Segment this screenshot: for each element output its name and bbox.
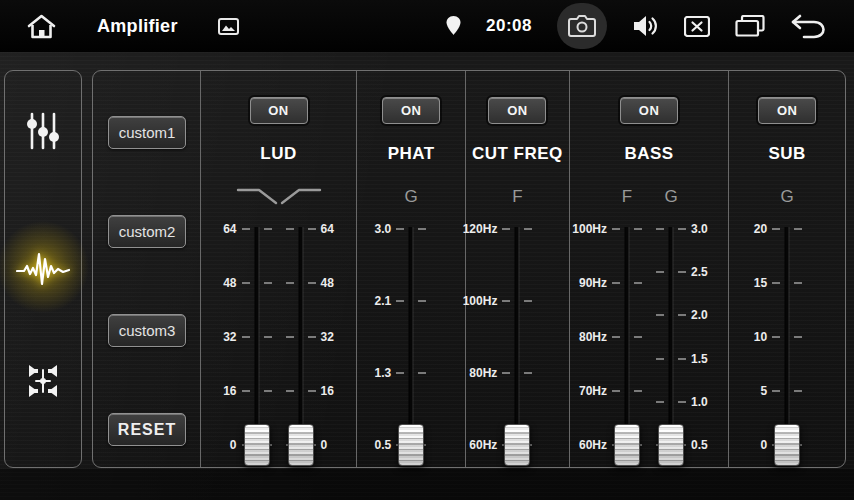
tick-mark <box>308 228 316 230</box>
tick-mark <box>612 336 620 338</box>
fader-track[interactable] <box>516 227 519 451</box>
scale-label: 60Hz <box>579 439 607 451</box>
tick-mark <box>634 336 642 338</box>
cut-freq-f-fader[interactable]: F120Hz100Hz80Hz60Hz <box>503 229 531 445</box>
fader-thumb[interactable] <box>504 424 530 466</box>
fader-track[interactable] <box>410 227 413 451</box>
fader-track[interactable] <box>299 227 302 451</box>
tick-mark <box>524 300 532 302</box>
sub-g-fader[interactable]: G20151050 <box>773 229 801 445</box>
tick-mark <box>524 228 532 230</box>
tick-mark <box>242 390 250 392</box>
lud-lowpass-filter-fader[interactable]: 644832160 <box>243 229 271 445</box>
tick-mark <box>656 401 664 403</box>
tick-mark <box>678 358 686 360</box>
recent-apps-button[interactable] <box>735 15 765 37</box>
phat-g-fader[interactable]: G3.02.11.30.5 <box>397 229 425 445</box>
fader-track[interactable] <box>626 227 629 451</box>
tick-mark <box>264 228 272 230</box>
channel-title: CUT FREQ <box>466 144 569 164</box>
scale-label: 0.5 <box>691 439 708 451</box>
bass-f-fader[interactable]: F100Hz90Hz80Hz70Hz60Hz <box>613 229 641 445</box>
tick-mark <box>286 228 294 230</box>
screenshot-button[interactable] <box>557 3 607 49</box>
channel-sub: ONSUBG20151050 <box>729 71 845 467</box>
page-title: Amplifier <box>97 16 178 37</box>
tick-mark <box>772 336 780 338</box>
channel-cut-freq: ONCUT FREQF120Hz100Hz80Hz60Hz <box>466 71 570 467</box>
tick-mark <box>678 314 686 316</box>
preset-custom1-button[interactable]: custom1 <box>108 116 186 149</box>
scale-label: 5 <box>760 385 767 397</box>
bass-g-fader[interactable]: G3.02.52.01.51.00.5 <box>657 229 685 445</box>
tick-mark <box>656 314 664 316</box>
tick-mark <box>634 282 642 284</box>
reset-button[interactable]: RESET <box>108 413 186 446</box>
scale-label: 64 <box>321 223 334 235</box>
scale-label: 100Hz <box>463 295 498 307</box>
tick-mark <box>502 300 510 302</box>
volume-icon <box>632 14 659 38</box>
scale-label: 0 <box>230 439 237 451</box>
lud-highpass-filter-fader[interactable]: 644832160 <box>287 229 315 445</box>
scale-label: 60Hz <box>469 439 497 451</box>
on-toggle-cut-freq[interactable]: ON <box>488 97 546 124</box>
topbar-left: Amplifier <box>0 13 239 40</box>
tick-mark <box>678 271 686 273</box>
scale-label: 2.5 <box>691 266 708 278</box>
slider-param-label: F <box>622 187 632 207</box>
on-toggle-bass[interactable]: ON <box>620 97 678 124</box>
tick-mark <box>794 390 802 392</box>
fader-track[interactable] <box>786 227 789 451</box>
highpass-filter-icon <box>279 182 323 208</box>
tick-mark <box>772 228 780 230</box>
nav-sidebar <box>4 70 82 468</box>
channel-lud: ONLUD644832160644832160 <box>201 71 358 467</box>
fader-thumb[interactable] <box>244 424 270 466</box>
fader-thumb[interactable] <box>658 424 684 466</box>
tick-mark <box>286 336 294 338</box>
home-button[interactable] <box>26 13 57 40</box>
scale-label: 90Hz <box>579 277 607 289</box>
tick-mark <box>678 401 686 403</box>
fader-thumb[interactable] <box>398 424 424 466</box>
tick-mark <box>242 282 250 284</box>
tick-mark <box>612 390 620 392</box>
bottom-bezel <box>0 469 854 500</box>
on-toggle-phat[interactable]: ON <box>382 97 440 124</box>
tick-mark <box>264 336 272 338</box>
scale-label: 1.0 <box>691 396 708 408</box>
fader-track[interactable] <box>255 227 258 451</box>
scale-label: 20 <box>754 223 767 235</box>
scale-label: 15 <box>754 277 767 289</box>
slider-param-label: G <box>405 187 418 207</box>
tick-mark <box>396 372 404 374</box>
gallery-button[interactable] <box>218 18 239 35</box>
sidebar-item-equalizer[interactable] <box>13 107 73 155</box>
on-toggle-lud[interactable]: ON <box>250 97 308 124</box>
sliders-row: 644832160644832160 <box>201 229 357 445</box>
sound-wave-icon <box>16 246 70 288</box>
back-button[interactable] <box>790 13 826 40</box>
on-toggle-sub[interactable]: ON <box>758 97 816 124</box>
topbar: Amplifier 20:08 <box>0 0 854 52</box>
fader-thumb[interactable] <box>614 424 640 466</box>
scale-label: 120Hz <box>463 223 498 235</box>
volume-button[interactable] <box>632 14 659 38</box>
scale-label: 64 <box>223 223 236 235</box>
tick-mark <box>794 228 802 230</box>
scale-label: 1.3 <box>374 367 391 379</box>
fader-thumb[interactable] <box>288 424 314 466</box>
close-app-button[interactable] <box>684 16 710 37</box>
fader-track[interactable] <box>670 227 673 451</box>
preset-custom3-button[interactable]: custom3 <box>108 314 186 347</box>
scale-label: 80Hz <box>579 331 607 343</box>
scale-label: 3.0 <box>691 223 708 235</box>
fader-thumb[interactable] <box>774 424 800 466</box>
sliders-row: G20151050 <box>729 229 845 445</box>
scale-label: 32 <box>321 331 334 343</box>
preset-custom2-button[interactable]: custom2 <box>108 215 186 248</box>
sidebar-item-speaker-balance[interactable] <box>13 357 73 405</box>
home-icon <box>26 13 57 40</box>
sidebar-item-sound-effects[interactable] <box>13 243 73 291</box>
